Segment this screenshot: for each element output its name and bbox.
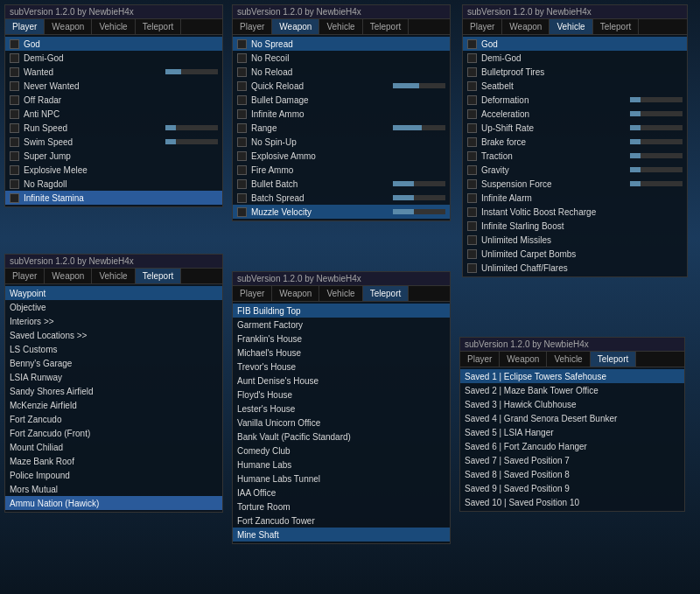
tab-player-2[interactable]: Player: [233, 19, 272, 34]
list-item[interactable]: Instant Voltic Boost Recharge: [463, 205, 687, 219]
list-item[interactable]: Anti NPC: [5, 107, 222, 121]
checkbox[interactable]: [467, 263, 477, 273]
checkbox[interactable]: [10, 53, 19, 63]
list-item[interactable]: Michael's House: [233, 346, 450, 360]
checkbox[interactable]: [467, 123, 477, 133]
slider-track[interactable]: [630, 167, 682, 172]
slider-track[interactable]: [630, 139, 682, 144]
checkbox[interactable]: [467, 137, 477, 147]
list-item[interactable]: Fort Zancudo (Front): [5, 426, 222, 440]
slider-track[interactable]: [630, 153, 682, 158]
list-item[interactable]: Saved 8 | Saved Position 8: [460, 467, 684, 481]
list-item[interactable]: Aunt Denise's House: [233, 374, 450, 388]
list-item[interactable]: Lester's House: [233, 402, 450, 416]
checkbox[interactable]: [10, 39, 19, 49]
list-item[interactable]: Bulletproof Tires: [463, 65, 687, 79]
slider-track[interactable]: [165, 125, 218, 130]
tab-weapon-4[interactable]: Weapon: [45, 269, 92, 283]
tab-player-5[interactable]: Player: [233, 286, 272, 301]
checkbox[interactable]: [237, 123, 247, 133]
checkbox[interactable]: [467, 193, 477, 203]
tab-teleport-4[interactable]: Teleport: [136, 269, 182, 283]
list-item[interactable]: Mine Shaft: [233, 528, 450, 542]
list-item[interactable]: Benny's Garage: [5, 356, 222, 370]
tab-vehicle-2[interactable]: Vehicle: [319, 19, 362, 34]
list-item[interactable]: Ammu Nation (Hawick): [5, 496, 222, 510]
list-item[interactable]: Franklin's House: [233, 332, 450, 346]
checkbox[interactable]: [237, 193, 247, 203]
tab-weapon-6[interactable]: Weapon: [500, 352, 547, 367]
list-item[interactable]: LS Customs: [5, 342, 222, 356]
checkbox[interactable]: [467, 53, 477, 63]
list-item[interactable]: Deformation: [463, 93, 687, 107]
tab-vehicle-5[interactable]: Vehicle: [319, 286, 362, 301]
list-item[interactable]: Interiors >>: [5, 314, 222, 328]
tab-player-1[interactable]: Player: [5, 19, 45, 34]
tab-weapon-2[interactable]: Weapon: [272, 19, 319, 34]
checkbox[interactable]: [467, 39, 477, 49]
list-item[interactable]: Wanted: [5, 65, 222, 79]
list-item[interactable]: Infinite Ammo: [233, 107, 450, 121]
list-item[interactable]: Gravity: [463, 163, 687, 177]
list-item[interactable]: Objective: [5, 300, 222, 314]
checkbox[interactable]: [10, 193, 19, 203]
list-item[interactable]: Torture Room: [233, 500, 450, 514]
checkbox[interactable]: [467, 207, 477, 217]
checkbox[interactable]: [467, 221, 477, 231]
list-item[interactable]: Saved 4 | Grand Senora Desert Bunker: [460, 411, 684, 425]
checkbox[interactable]: [10, 179, 19, 189]
checkbox[interactable]: [10, 67, 19, 77]
list-item[interactable]: No Ragdoll: [5, 177, 222, 191]
tab-weapon-1[interactable]: Weapon: [45, 19, 92, 34]
list-item[interactable]: Infinite Stamina: [5, 191, 222, 205]
checkbox[interactable]: [467, 249, 477, 259]
list-item[interactable]: Saved 10 | Saved Position 10: [460, 495, 684, 509]
list-item[interactable]: Fort Zancudo Tower: [233, 514, 450, 528]
checkbox[interactable]: [237, 39, 247, 49]
list-item[interactable]: Fort Zancudo: [5, 412, 222, 426]
tab-vehicle-1[interactable]: Vehicle: [92, 19, 135, 34]
checkbox[interactable]: [467, 235, 477, 245]
checkbox[interactable]: [10, 165, 19, 175]
tab-player-3[interactable]: Player: [463, 19, 502, 34]
list-item[interactable]: Quick Reload: [233, 79, 450, 93]
slider-track[interactable]: [393, 195, 445, 200]
list-item[interactable]: Explosive Ammo: [233, 149, 450, 163]
list-item[interactable]: Sandy Shores Airfield: [5, 384, 222, 398]
list-item[interactable]: Humane Labs Tunnel: [233, 472, 450, 486]
slider-track[interactable]: [630, 111, 682, 116]
list-item[interactable]: Demi-God: [5, 51, 222, 65]
tab-vehicle-6[interactable]: Vehicle: [547, 352, 590, 367]
list-item[interactable]: Seatbelt: [463, 79, 687, 93]
slider-track[interactable]: [630, 181, 682, 186]
list-item[interactable]: Up-Shift Rate: [463, 121, 687, 135]
checkbox[interactable]: [237, 165, 247, 175]
checkbox[interactable]: [10, 81, 19, 91]
list-item[interactable]: Range: [233, 121, 450, 135]
checkbox[interactable]: [237, 179, 247, 189]
slider-track[interactable]: [165, 139, 218, 144]
list-item[interactable]: Unlimited Chaff/Flares: [463, 261, 687, 275]
list-item[interactable]: No Spread: [233, 37, 450, 51]
list-item[interactable]: Fire Ammo: [233, 163, 450, 177]
list-item[interactable]: Garment Factory: [233, 318, 450, 332]
list-item[interactable]: Mount Chiliad: [5, 440, 222, 454]
list-item[interactable]: Acceleration: [463, 107, 687, 121]
list-item[interactable]: IAA Office: [233, 486, 450, 500]
tab-weapon-5[interactable]: Weapon: [272, 286, 319, 301]
list-item[interactable]: Suspension Force: [463, 177, 687, 191]
list-item[interactable]: No Recoil: [233, 51, 450, 65]
list-item[interactable]: Saved 9 | Saved Position 9: [460, 481, 684, 495]
tab-player-6[interactable]: Player: [460, 352, 500, 367]
checkbox[interactable]: [237, 137, 247, 147]
checkbox[interactable]: [10, 95, 19, 105]
list-item[interactable]: Unlimited Missiles: [463, 233, 687, 247]
list-item[interactable]: Saved 5 | LSIA Hanger: [460, 425, 684, 439]
checkbox[interactable]: [467, 109, 477, 119]
slider-track[interactable]: [630, 125, 682, 130]
tab-weapon-3[interactable]: Weapon: [502, 19, 550, 34]
list-item[interactable]: Batch Spread: [233, 191, 450, 205]
slider-track[interactable]: [393, 181, 445, 186]
checkbox[interactable]: [237, 95, 247, 105]
checkbox[interactable]: [467, 151, 477, 161]
